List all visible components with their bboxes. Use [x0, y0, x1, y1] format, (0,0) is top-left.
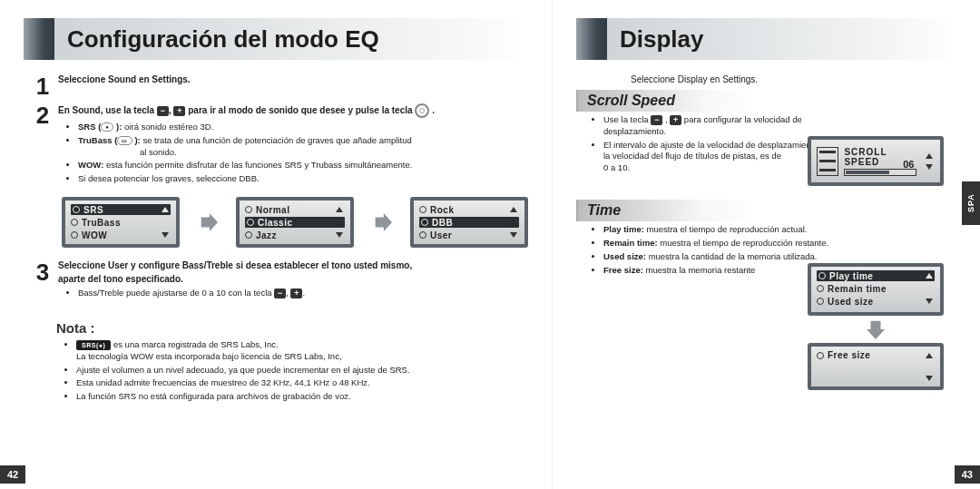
radio-icon	[245, 231, 252, 239]
step-3-text-line1: Seleccione User y configure Bass/Treble …	[58, 260, 528, 270]
scroll-speed-value: 06	[903, 159, 914, 170]
lcd-row-user: User	[419, 230, 519, 240]
up-arrow-icon	[926, 273, 933, 279]
step-2: 2 En Sound, use la tecla −, + para ir al…	[33, 103, 528, 188]
nota-item-3: Esta unidad admite frecuencias de muestr…	[76, 377, 528, 389]
plus-icon: +	[670, 115, 681, 125]
scroll-speed-heading: Scroll Speed	[576, 90, 758, 112]
nota-item-1: SRS(●) es una marca registrada de SRS La…	[76, 339, 528, 363]
page-42: Configuración del modo EQ 1 Seleccione S…	[0, 0, 553, 489]
radio-on-icon	[73, 206, 80, 213]
lcd-row-srs: SRS	[71, 204, 171, 215]
srs-logo-icon: SRS(●)	[76, 340, 111, 350]
plus-icon: +	[290, 289, 302, 298]
radio-icon	[71, 219, 78, 226]
page-title-right: Display	[607, 18, 956, 60]
minus-icon: −	[274, 289, 286, 298]
arrow-right-icon	[370, 210, 394, 234]
lcd-row-classic: Classic	[245, 217, 345, 228]
radio-on-icon	[247, 219, 254, 226]
trubass-pill-icon: ▭	[117, 136, 132, 145]
lcd-row-playtime: Play time	[817, 270, 935, 281]
lcd-group-2: Normal Classic Jazz	[236, 197, 354, 248]
scroll-bullet-1: Use la tecla − , + para configurar la ve…	[603, 114, 865, 138]
plus-icon: +	[173, 106, 185, 116]
lcd-group-3: Rock DBB User	[410, 197, 528, 248]
srs-pill-icon: ●	[101, 122, 113, 132]
jog-dial-icon	[415, 103, 429, 118]
radio-icon	[419, 206, 426, 213]
step-3: 3 Seleccione User y configure Bass/Trebl…	[33, 260, 528, 302]
step-number: 2	[33, 103, 53, 188]
down-arrow-icon	[926, 376, 933, 381]
bullet-srs: SRS (● ): oirá sonido estéreo 3D.	[78, 122, 528, 133]
lcd-row-normal: Normal	[245, 204, 345, 215]
time-bullet-used: Used size: muestra la cantidad de la mem…	[603, 251, 874, 263]
down-arrow-icon	[510, 232, 517, 238]
down-arrow-icon	[926, 298, 933, 304]
bullet-wow: WOW: esta función permite disfrutar de l…	[78, 160, 528, 171]
lcd-row-jazz: Jazz	[245, 230, 345, 240]
step-number: 3	[33, 260, 53, 302]
step-2-bullets: SRS (● ): oirá sonido estéreo 3D. TruBas…	[67, 122, 528, 185]
down-arrow-icon	[336, 232, 343, 238]
step-2-text: En Sound, use la tecla −, + para ir al m…	[58, 103, 528, 118]
page-title-left: Configuración del modo EQ	[54, 18, 528, 60]
page-number-right: 43	[955, 465, 980, 484]
time-bullet-remain: Remain time: muestra el tiempo de reprod…	[603, 238, 874, 249]
lcd-time-1: Play time Remain time Used size	[808, 263, 944, 316]
spa-language-tab: SPA	[962, 181, 980, 225]
radio-icon	[71, 231, 78, 239]
up-arrow-icon	[926, 153, 933, 159]
nota-item-4: La función SRS no está configurada para …	[76, 391, 528, 403]
display-intro: Seleccione Display en Settings.	[631, 74, 956, 84]
radio-on-icon	[421, 219, 428, 226]
lcd-row-usedsize: Used size	[817, 296, 935, 307]
scroll-speed-bar: 06	[844, 169, 916, 176]
radio-icon	[245, 206, 252, 213]
bullet-dbb: Si desea potenciar los graves, seleccion…	[78, 173, 528, 185]
radio-icon	[817, 352, 824, 359]
time-bullet-play: Play time: muestra el tiempo de reproduc…	[603, 224, 874, 236]
minus-icon: −	[157, 106, 169, 116]
title-banner-eq: Configuración del modo EQ	[24, 18, 528, 60]
lcd-row-rock: Rock	[419, 204, 519, 215]
time-heading: Time	[576, 200, 758, 221]
step-number: 1	[33, 74, 53, 98]
radio-icon	[817, 285, 824, 292]
nota-list: SRS(●) es una marca registrada de SRS La…	[65, 339, 528, 403]
lcd-row-dbb: DBB	[419, 217, 519, 228]
nota-heading: Nota :	[56, 320, 528, 336]
arrow-down-icon	[866, 319, 886, 339]
step-3-text-line2: aparte del tono especificado.	[58, 274, 528, 284]
eq-lcd-row: SRS TruBass WOW Normal Classic Jazz Rock…	[62, 197, 528, 248]
lcd-row-freesize: Free size	[817, 350, 935, 360]
lcd-row-trubass: TruBass	[71, 217, 171, 228]
nota-item-2: Ajuste el volumen a un nivel adecuado, y…	[76, 365, 528, 377]
lcd-time-2: Free size	[808, 343, 944, 390]
minus-icon: −	[651, 115, 662, 125]
radio-icon	[419, 231, 426, 239]
radio-icon	[817, 298, 824, 305]
bullet-bass-treble: Bass/Treble puede ajustarse de 0 a 10 co…	[78, 288, 528, 299]
lcd-row-wow: WOW	[71, 230, 171, 240]
up-arrow-icon	[510, 207, 517, 212]
page-43: Display Seleccione Display en Settings. …	[553, 0, 980, 489]
up-arrow-icon	[162, 207, 169, 212]
up-arrow-icon	[336, 207, 343, 212]
up-arrow-icon	[926, 353, 933, 358]
title-banner-display: Display	[576, 18, 956, 60]
arrow-right-icon	[196, 210, 220, 234]
lcd-time-group: Play time Remain time Used size Free siz…	[808, 263, 944, 390]
step-1-text: Seleccione Sound en Settings.	[58, 74, 528, 84]
bullet-trubass: TruBass (▭ ): se trata de una función de…	[78, 135, 528, 159]
radio-on-icon	[818, 272, 826, 279]
down-arrow-icon	[926, 164, 933, 170]
lcd-group-1: SRS TruBass WOW	[62, 197, 180, 248]
down-arrow-icon	[162, 232, 169, 238]
lcd-row-remaintime: Remain time	[817, 283, 935, 294]
scroll-speed-mini-icon	[817, 147, 838, 176]
lcd-scroll-speed: SCROLL SPEED 06	[808, 136, 944, 186]
step-1: 1 Seleccione Sound en Settings.	[33, 74, 528, 98]
page-number-left: 42	[0, 465, 25, 484]
